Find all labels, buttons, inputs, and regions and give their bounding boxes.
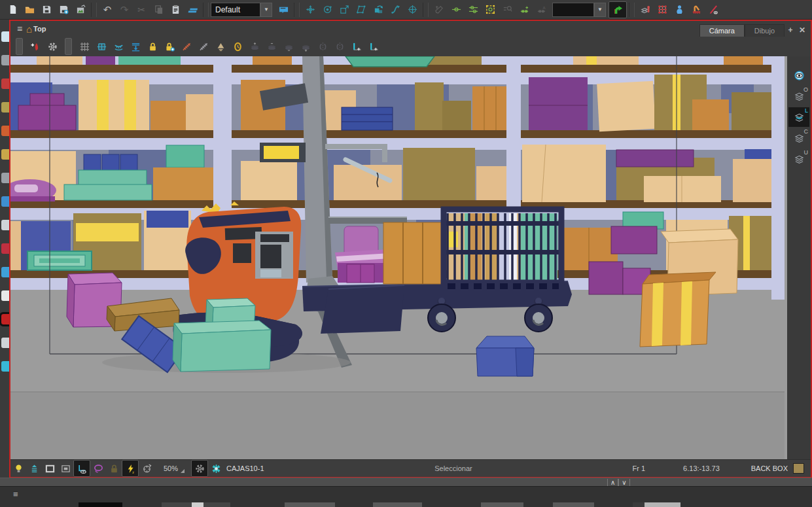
update-preview-icon[interactable] — [26, 461, 42, 476]
select-marquee-icon[interactable] — [482, 2, 499, 18]
onion-prev-remove-icon[interactable] — [263, 39, 280, 54]
clipped-tool-icon[interactable] — [1, 31, 9, 42]
clipped-tool-icon[interactable] — [1, 338, 9, 348]
apply-transform-icon[interactable] — [609, 1, 627, 18]
clipped-tool-icon[interactable] — [1, 126, 9, 136]
grid-points-icon[interactable] — [654, 2, 671, 18]
scene-flower-icon[interactable] — [208, 461, 224, 476]
preset-dropdown[interactable]: Default — [211, 3, 260, 17]
new-scene-icon[interactable] — [4, 2, 21, 18]
clipped-tool-icon[interactable] — [1, 290, 9, 301]
rotate-icon[interactable] — [319, 2, 336, 18]
deform-curve-icon[interactable] — [387, 2, 404, 18]
panel-menu-icon[interactable]: ≡ — [13, 24, 26, 34]
reset-view-target-icon[interactable] — [139, 461, 154, 476]
needle-onion-icon[interactable] — [705, 2, 722, 18]
onion-marks-red-icon[interactable] — [178, 39, 195, 54]
hand-control-icon[interactable] — [688, 2, 705, 18]
clipped-tool-icon[interactable] — [1, 361, 9, 372]
settings-gear-icon[interactable] — [44, 39, 61, 54]
open-scene-icon[interactable] — [21, 2, 38, 18]
add-view-icon[interactable]: + — [785, 24, 796, 37]
library-icon[interactable] — [184, 2, 201, 18]
close-view-icon[interactable]: ✕ — [796, 24, 808, 37]
zoom-caret-icon[interactable] — [181, 469, 185, 473]
zoom-reset-icon[interactable] — [499, 2, 516, 18]
preset-dropdown-caret[interactable]: ▼ — [260, 3, 272, 17]
safe-area-outer-icon[interactable] — [42, 461, 58, 476]
save-as-icon[interactable] — [55, 2, 72, 18]
view-line-art-icon[interactable]: L — [788, 107, 809, 127]
clipped-tool-icon[interactable] — [1, 102, 9, 113]
home-icon[interactable]: ⌂ — [26, 24, 32, 35]
toolbar-drag-handle[interactable] — [16, 38, 23, 55]
camera-canvas[interactable] — [10, 56, 787, 459]
render-light-icon[interactable] — [10, 461, 26, 476]
translate-icon[interactable] — [302, 2, 319, 18]
undo-icon[interactable]: ↶ — [99, 2, 116, 18]
clipped-tool-icon[interactable] — [1, 243, 9, 254]
panel-splitter[interactable]: ∧ ∨ — [0, 478, 812, 487]
current-color-swatch[interactable] — [793, 463, 804, 474]
save-icon[interactable] — [38, 2, 55, 18]
clipped-tool-icon[interactable] — [1, 173, 9, 183]
show-grid-icon[interactable] — [76, 39, 93, 54]
clipped-tool-icon[interactable] — [1, 196, 9, 207]
view-color-art-icon[interactable]: C — [788, 128, 809, 148]
field-guide-curve-icon[interactable] — [110, 39, 127, 54]
axis-add-b-icon[interactable] — [365, 39, 382, 54]
light-table-icon[interactable] — [212, 39, 229, 54]
onion-prev-add-icon[interactable] — [246, 39, 263, 54]
key-exposure-icon[interactable]: A — [533, 2, 550, 18]
tool-preset-dropdown[interactable] — [552, 3, 594, 17]
key-add-icon[interactable] — [516, 2, 533, 18]
clipped-tool-icon[interactable] — [1, 55, 9, 65]
character-person-icon[interactable] — [671, 2, 688, 18]
pivot-icon[interactable] — [404, 2, 421, 18]
clipped-tool-icon[interactable] — [1, 314, 9, 324]
lock-add-icon[interactable] — [161, 39, 178, 54]
collapse-up-icon[interactable]: ∧ — [607, 479, 618, 486]
timeline-menu-icon[interactable]: ≡ — [13, 489, 18, 499]
onion-next-add-icon[interactable] — [297, 39, 314, 54]
flipbook-icon[interactable] — [275, 2, 292, 18]
timer-clock-icon[interactable] — [229, 39, 246, 54]
fast-render-bolt-icon[interactable]: z — [122, 460, 139, 477]
lasso-select-icon[interactable] — [90, 461, 106, 476]
safe-area-inner-icon[interactable] — [58, 461, 73, 476]
add-drawing-brush-icon[interactable] — [27, 39, 44, 54]
tool-preset-caret[interactable]: ▼ — [594, 3, 606, 17]
copy-icon[interactable] — [150, 2, 167, 18]
toolbar-drag-handle[interactable] — [65, 38, 72, 55]
clipped-tool-icon[interactable] — [1, 267, 9, 277]
reorder-icon[interactable] — [370, 2, 387, 18]
export-image-icon[interactable] — [72, 2, 89, 18]
clipped-tool-icon[interactable] — [1, 220, 9, 230]
clipped-tool-icon[interactable] — [1, 149, 9, 160]
show-axes-icon[interactable] — [73, 460, 90, 477]
view-opengl-icon[interactable]: O — [788, 86, 809, 106]
tab-dibujo[interactable]: Dibujo — [745, 24, 785, 37]
view-underlay-icon[interactable]: U — [788, 149, 809, 169]
flip-horizontal-icon[interactable] — [314, 39, 331, 54]
node-multi-icon[interactable] — [465, 2, 482, 18]
collapse-down-icon[interactable]: ∨ — [618, 479, 629, 486]
redo-icon[interactable]: ↷ — [116, 2, 133, 18]
tools-icon[interactable] — [431, 2, 448, 18]
lock-view-icon[interactable] — [106, 461, 122, 476]
flip-vertical-icon[interactable] — [331, 39, 348, 54]
zoom-level[interactable]: 50% — [164, 464, 178, 472]
clipped-tool-icon[interactable] — [1, 79, 9, 89]
tab-camara[interactable]: Cámara — [699, 24, 745, 37]
skew-icon[interactable] — [353, 2, 370, 18]
render-settings-gear-icon[interactable] — [191, 460, 208, 477]
onion-next-remove-icon[interactable] — [280, 39, 297, 54]
scale-icon[interactable] — [336, 2, 353, 18]
lock-icon[interactable] — [144, 39, 161, 54]
cut-icon[interactable]: ✂ — [133, 2, 150, 18]
layer-pin-icon[interactable] — [637, 2, 654, 18]
render-view-toggle-icon[interactable] — [788, 65, 809, 85]
node-single-icon[interactable] — [448, 2, 465, 18]
paste-icon[interactable] — [167, 2, 184, 18]
snap-grid-icon[interactable] — [93, 39, 110, 54]
